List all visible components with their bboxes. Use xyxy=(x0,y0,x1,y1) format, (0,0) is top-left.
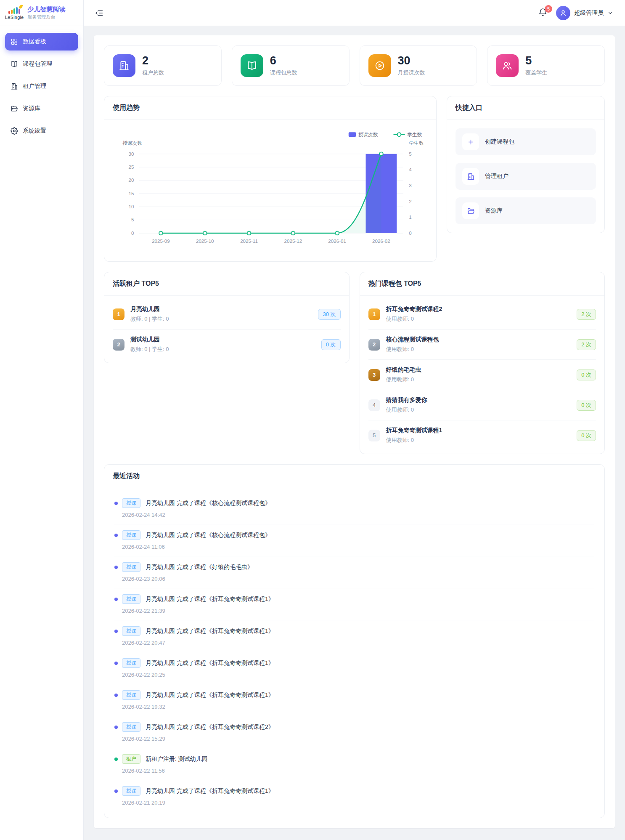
building-icon xyxy=(11,82,18,90)
activity-item: 授课 月亮幼儿园 完成了课程《折耳兔奇奇测试课程1》 2026-02-21 20… xyxy=(114,780,594,812)
main-column: 5 超级管理员 2 xyxy=(84,0,625,840)
svg-text:2025-12: 2025-12 xyxy=(284,238,302,244)
brand-subtitle: 服务管理后台 xyxy=(27,14,65,20)
activity-item: 授课 月亮幼儿园 完成了课程《折耳兔奇奇测试课程2》 2026-02-22 15… xyxy=(114,716,594,748)
activity-tag: 授课 xyxy=(122,562,140,572)
activity-tag: 授课 xyxy=(122,530,140,540)
users-icon xyxy=(502,60,513,71)
stat-card-2: 30 月授课次数 xyxy=(360,45,477,86)
activity-item: 租户 新租户注册: 测试幼儿园 2026-02-22 11:56 xyxy=(114,748,594,780)
activity-item: 授课 月亮幼儿园 完成了课程《核心流程测试课程包》 2026-02-24 14:… xyxy=(114,492,594,524)
activity-dot xyxy=(114,598,118,601)
activity-text: 月亮幼儿园 完成了课程《折耳兔奇奇测试课程1》 xyxy=(146,595,274,603)
dashboard-icon xyxy=(11,38,18,45)
list-item[interactable]: 1 月亮幼儿园 教师: 0 | 学生: 0 30 次 xyxy=(113,299,341,330)
activity-text: 月亮幼儿园 完成了课程《折耳兔奇奇测试课程1》 xyxy=(146,691,274,699)
activity-line: 授课 月亮幼儿园 完成了课程《折耳兔奇奇测试课程1》 xyxy=(114,626,594,636)
activity-tag: 授课 xyxy=(122,626,140,636)
row-trend-quick: 使用趋势 051015202530012345授课次数学生数2025-09202… xyxy=(104,96,605,262)
list-item[interactable]: 4 猜猜我有多爱你 使用教师: 0 0 次 xyxy=(368,390,596,420)
svg-text:3: 3 xyxy=(409,183,411,188)
activity-dot xyxy=(114,662,118,665)
quick-entry-icon-wrap xyxy=(462,168,479,185)
activity-dot xyxy=(114,758,118,761)
app-root: LeSingle 少儿智慧阅读 服务管理后台 数据看板 课程包管理 租户管理 资… xyxy=(0,0,625,840)
stat-icon-wrap xyxy=(113,54,135,77)
rank-info: 月亮幼儿园 教师: 0 | 学生: 0 xyxy=(130,306,312,323)
chevron-down-icon xyxy=(607,10,613,16)
rank-info: 折耳兔奇奇测试课程2 使用教师: 0 xyxy=(386,306,571,323)
rank-badge: 3 xyxy=(368,369,380,381)
rank-meta: 使用教师: 0 xyxy=(386,346,571,353)
rank-badge: 1 xyxy=(113,308,124,320)
stat-icon-wrap xyxy=(241,54,263,77)
svg-text:2: 2 xyxy=(409,199,411,204)
rank-badge: 5 xyxy=(368,430,380,441)
list-item[interactable]: 3 好饿的毛毛虫 使用教师: 0 0 次 xyxy=(368,360,596,390)
active-tenants-list: 1 月亮幼儿园 教师: 0 | 学生: 0 30 次 2 测试幼儿园 教师: 0… xyxy=(104,296,349,363)
quick-entry-2[interactable]: 资源库 xyxy=(456,197,596,224)
stat-value: 30 xyxy=(398,55,425,67)
svg-text:25: 25 xyxy=(129,164,134,170)
svg-text:5: 5 xyxy=(131,217,134,222)
usage-trend-panel: 使用趋势 051015202530012345授课次数学生数2025-09202… xyxy=(104,96,437,262)
svg-text:0: 0 xyxy=(409,230,412,236)
topbar: 5 超级管理员 xyxy=(84,0,625,26)
rank-name: 核心流程测试课程包 xyxy=(386,336,571,343)
notification-badge: 5 xyxy=(545,5,552,13)
sidebar-collapse-button[interactable] xyxy=(95,8,104,18)
stat-icon-wrap xyxy=(496,54,519,77)
user-icon xyxy=(559,9,567,17)
avatar xyxy=(556,6,570,20)
sidebar-item-4[interactable]: 系统设置 xyxy=(5,122,78,140)
notifications-button[interactable]: 5 xyxy=(538,8,548,18)
activity-line: 租户 新租户注册: 测试幼儿园 xyxy=(114,754,594,764)
sidebar-item-0[interactable]: 数据看板 xyxy=(5,33,78,51)
activity-time: 2026-02-23 20:06 xyxy=(122,576,594,582)
stats-row: 2 租户总数 6 课程包总数 30 月授课次数 5 覆盖学生 xyxy=(104,45,605,86)
stat-value: 2 xyxy=(142,55,164,67)
quick-entry-icon-wrap xyxy=(462,202,479,219)
rank-info: 折耳兔奇奇测试课程1 使用教师: 0 xyxy=(386,427,571,444)
stat-value: 6 xyxy=(270,55,297,67)
activity-time: 2026-02-22 20:25 xyxy=(122,672,594,678)
hot-packages-list: 1 折耳兔奇奇测试课程2 使用教师: 0 2 次 2 核心流程测试课程包 使用教… xyxy=(360,296,605,454)
activity-line: 授课 月亮幼儿园 完成了课程《好饿的毛毛虫》 xyxy=(114,562,594,572)
sidebar-item-1[interactable]: 课程包管理 xyxy=(5,55,78,73)
quick-entry-0[interactable]: 创建课程包 xyxy=(456,128,596,155)
svg-text:30: 30 xyxy=(129,151,134,157)
stat-label: 课程包总数 xyxy=(270,69,297,77)
play-icon xyxy=(374,60,385,71)
logo-bars-icon xyxy=(8,6,20,14)
rank-info: 测试幼儿园 教师: 0 | 学生: 0 xyxy=(130,336,315,353)
stat-icon-wrap xyxy=(368,54,391,77)
quick-entry-1[interactable]: 管理租户 xyxy=(456,163,596,190)
list-item[interactable]: 5 折耳兔奇奇测试课程1 使用教师: 0 0 次 xyxy=(368,420,596,450)
svg-text:2026-01: 2026-01 xyxy=(328,238,346,244)
user-menu[interactable]: 超级管理员 xyxy=(556,6,613,20)
activity-text: 月亮幼儿园 完成了课程《核心流程测试课程包》 xyxy=(146,532,271,539)
rank-info: 好饿的毛毛虫 使用教师: 0 xyxy=(386,366,571,383)
building-icon xyxy=(119,60,130,71)
rank-name: 好饿的毛毛虫 xyxy=(386,366,571,374)
activity-line: 授课 月亮幼儿园 完成了课程《折耳兔奇奇测试课程1》 xyxy=(114,658,594,668)
usage-trend-chart-body: 051015202530012345授课次数学生数2025-092025-102… xyxy=(104,120,436,261)
list-item[interactable]: 2 核心流程测试课程包 使用教师: 0 2 次 xyxy=(368,330,596,360)
sidebar-item-3[interactable]: 资源库 xyxy=(5,100,78,117)
activity-text: 月亮幼儿园 完成了课程《核心流程测试课程包》 xyxy=(146,500,271,507)
activity-time: 2026-02-22 15:29 xyxy=(122,736,594,742)
sidebar-item-label: 资源库 xyxy=(23,105,40,112)
list-item[interactable]: 1 折耳兔奇奇测试课程2 使用教师: 0 2 次 xyxy=(368,299,596,330)
sidebar-item-label: 课程包管理 xyxy=(23,60,52,68)
activity-time: 2026-02-24 11:06 xyxy=(122,544,594,550)
sidebar-item-2[interactable]: 租户管理 xyxy=(5,77,78,95)
rank-meta: 教师: 0 | 学生: 0 xyxy=(130,315,312,323)
stat-card-1: 6 课程包总数 xyxy=(232,45,350,86)
folder-icon xyxy=(11,105,18,112)
gear-icon xyxy=(11,127,18,135)
rank-name: 折耳兔奇奇测试课程1 xyxy=(386,427,571,434)
stat-card-3: 5 覆盖学生 xyxy=(487,45,605,86)
activity-dot xyxy=(114,566,118,569)
stat-label: 月授课次数 xyxy=(398,69,425,77)
list-item[interactable]: 2 测试幼儿园 教师: 0 | 学生: 0 0 次 xyxy=(113,330,341,359)
